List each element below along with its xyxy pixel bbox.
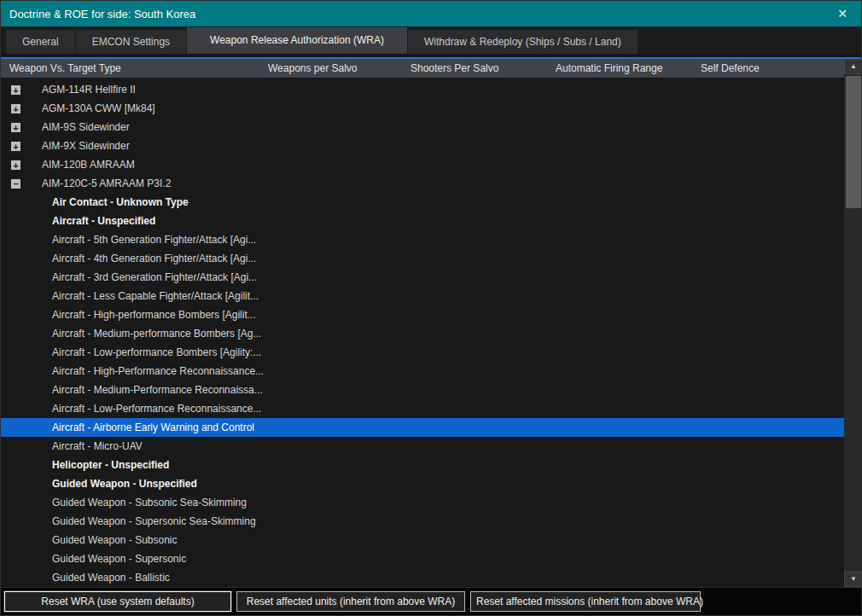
column-header-weapons-per-salvo: Weapons per Salvo — [264, 62, 406, 74]
weapon-name: AIM-9X Sidewinder — [42, 140, 130, 152]
column-header-self-defence: Self Defence — [696, 62, 844, 74]
target-row[interactable]: Air Contact - Unknown Type — [1, 193, 844, 212]
tab-general[interactable]: General — [6, 30, 75, 54]
title-bar: Doctrine & ROE for side: South Korea ✕ — [1, 1, 861, 26]
column-header-automatic-firing-range: Automatic Firing Range — [551, 62, 696, 74]
target-row[interactable]: Guided Weapon - Unspecified — [1, 474, 844, 493]
reset-missions-button[interactable]: Reset affected missions (inherit from ab… — [470, 591, 701, 612]
target-row[interactable]: Aircraft - Medium-Performance Reconnaiss… — [1, 381, 844, 399]
column-header-shooters-per-salvo: Shooters Per Salvo — [406, 62, 551, 74]
target-type-label: Aircraft - High-Performance Reconnaissan… — [1, 365, 264, 377]
weapon-name: AIM-120C-5 AMRAAM P3I.2 — [42, 177, 171, 189]
wra-table: Weapon Vs. Target TypeWeapons per SalvoS… — [1, 59, 844, 587]
target-type-label: Helicopter - Unspecified — [1, 459, 264, 471]
expand-icon[interactable]: + — [11, 104, 20, 113]
window-title: Doctrine & ROE for side: South Korea — [9, 8, 834, 20]
scroll-up-button[interactable]: ▲ — [844, 59, 862, 74]
target-row[interactable]: Aircraft - High-Performance Reconnaissan… — [1, 362, 844, 381]
footer-bar: Reset WRA (use system defaults)Reset aff… — [1, 587, 861, 615]
tab-weapon-release-authorization-wra[interactable]: Weapon Release Authorization (WRA) — [187, 27, 407, 54]
close-icon[interactable]: ✕ — [834, 7, 851, 20]
weapon-group-row[interactable]: +AGM-130A CWW [Mk84] — [1, 99, 844, 118]
weapon-group-row[interactable]: +AIM-120B AMRAAM — [1, 155, 844, 174]
target-row[interactable]: Guided Weapon - Supersonic — [1, 549, 844, 568]
doctrine-roe-window: Doctrine & ROE for side: South Korea ✕ G… — [0, 0, 862, 616]
target-type-label: Aircraft - Less Capable Fighter/Attack [… — [1, 290, 264, 302]
target-type-label: Aircraft - Micro-UAV — [1, 440, 264, 452]
table-header-row: Weapon Vs. Target TypeWeapons per SalvoS… — [1, 59, 844, 78]
target-type-label: Aircraft - 3rd Generation Fighter/Attack… — [1, 271, 264, 283]
vertical-scrollbar[interactable]: ▲ ▼ — [844, 59, 862, 587]
target-type-label: Guided Weapon - Subsonic — [1, 534, 264, 546]
reset-wra-button[interactable]: Reset WRA (use system defaults) — [4, 591, 231, 612]
scrollbar-thumb[interactable] — [846, 76, 861, 208]
reset-units-button[interactable]: Reset affected units (inherit from above… — [236, 591, 465, 612]
scrollbar-track[interactable] — [844, 74, 862, 572]
target-type-label: Aircraft - Low-performance Bombers [Agil… — [1, 346, 264, 358]
target-type-label: Guided Weapon - Unspecified — [1, 478, 264, 490]
target-type-label: Guided Weapon - Supersonic — [1, 553, 264, 565]
target-row[interactable]: Guided Weapon - Subsonic Sea-Skimming — [1, 493, 844, 512]
tab-withdraw-redeploy-ships-subs-land[interactable]: Withdraw & Redeploy (Ships / Subs / Land… — [408, 30, 638, 54]
target-row[interactable]: Aircraft - Medium-performance Bombers [A… — [1, 324, 844, 343]
target-type-label: Aircraft - Medium-Performance Reconnaiss… — [1, 384, 264, 396]
expand-icon[interactable]: + — [11, 160, 20, 170]
target-row[interactable]: Aircraft - 3rd Generation Fighter/Attack… — [1, 268, 844, 287]
target-row[interactable]: Aircraft - 4th Generation Fighter/Attack… — [1, 249, 844, 268]
expand-icon[interactable]: + — [11, 142, 20, 151]
weapon-name: AIM-120B AMRAAM — [42, 159, 135, 171]
target-type-label: Guided Weapon - Subsonic Sea-Skimming — [1, 497, 264, 508]
target-row[interactable]: Aircraft - Low-Performance Reconnaissanc… — [1, 399, 844, 418]
target-row[interactable]: Aircraft - Micro-UAV — [1, 437, 844, 456]
target-row[interactable]: Aircraft - Low-performance Bombers [Agil… — [1, 343, 844, 362]
target-type-label: Aircraft - 5th Generation Fighter/Attack… — [1, 234, 264, 246]
target-type-label: Aircraft - Unspecified — [1, 215, 264, 227]
target-row[interactable]: Guided Weapon - Subsonic — [1, 531, 844, 549]
weapon-group-row[interactable]: +AIM-9S Sidewinder — [1, 118, 844, 137]
target-row[interactable]: Guided Weapon - Supersonic Sea-Skimming — [1, 512, 844, 531]
weapon-name: AGM-130A CWW [Mk84] — [42, 102, 155, 114]
target-type-label: Aircraft - High-performance Bombers [Agi… — [1, 309, 264, 321]
target-type-label: Aircraft - 4th Generation Fighter/Attack… — [1, 253, 264, 264]
target-type-label: Guided Weapon - Ballistic — [1, 572, 264, 584]
weapon-group-row[interactable]: +AIM-9X Sidewinder — [1, 137, 844, 155]
weapon-group-row[interactable]: +AGM-114R Hellfire II — [1, 80, 844, 99]
table-body: +AGM-114R Hellfire II+AGM-130A CWW [Mk84… — [1, 78, 844, 587]
target-type-label: Aircraft - Medium-performance Bombers [A… — [1, 328, 264, 340]
target-type-label: Aircraft - Low-Performance Reconnaissanc… — [1, 403, 264, 415]
target-row[interactable]: Aircraft - Airborne Early Warning and Co… — [1, 418, 844, 437]
expand-icon[interactable]: + — [11, 123, 20, 132]
target-row[interactable]: Aircraft - Unspecified — [1, 212, 844, 230]
target-row[interactable]: Guided Weapon - Ballistic — [1, 568, 844, 587]
tab-emcon-settings[interactable]: EMCON Settings — [76, 30, 186, 54]
wra-panel: Weapon Vs. Target TypeWeapons per SalvoS… — [1, 57, 861, 587]
weapon-name: AGM-114R Hellfire II — [42, 84, 136, 96]
target-type-label: Air Contact - Unknown Type — [1, 196, 264, 208]
target-row[interactable]: Aircraft - 5th Generation Fighter/Attack… — [1, 230, 844, 249]
target-type-label: Guided Weapon - Supersonic Sea-Skimming — [1, 515, 264, 527]
weapon-group-row[interactable]: −AIM-120C-5 AMRAAM P3I.2 — [1, 174, 844, 193]
target-row[interactable]: Aircraft - High-performance Bombers [Agi… — [1, 305, 844, 324]
target-row[interactable]: Helicopter - Unspecified — [1, 456, 844, 474]
scroll-down-button[interactable]: ▼ — [844, 572, 862, 587]
weapon-name: AIM-9S Sidewinder — [42, 121, 130, 133]
collapse-icon[interactable]: − — [11, 179, 20, 189]
target-row[interactable]: Aircraft - Less Capable Fighter/Attack [… — [1, 287, 844, 305]
target-type-label: Aircraft - Airborne Early Warning and Co… — [1, 421, 264, 433]
tab-bar: GeneralEMCON SettingsWeapon Release Auth… — [1, 26, 861, 54]
expand-icon[interactable]: + — [11, 85, 20, 95]
column-header-weapon-vs-target-type: Weapon Vs. Target Type — [1, 62, 264, 74]
